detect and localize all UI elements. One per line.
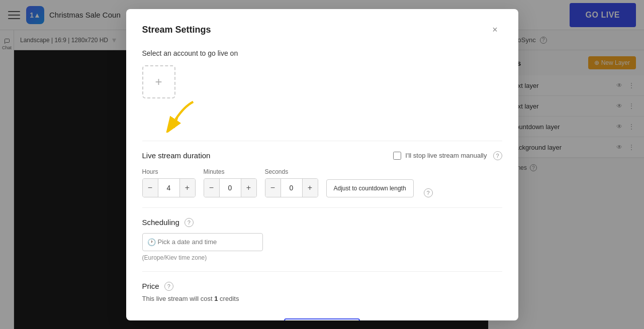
manual-stop-checkbox[interactable] [393, 152, 401, 160]
modal-close-button[interactable]: × [488, 23, 502, 37]
modal-title: Stream Settings [142, 25, 211, 35]
modal-overlay: Stream Settings × Select an account to g… [0, 0, 644, 329]
seconds-input: − + [265, 178, 318, 197]
minutes-field-group: Minutes − + [204, 168, 257, 197]
divider-3 [142, 271, 502, 272]
modal-footer: Save [142, 318, 502, 320]
hours-field-group: Hours − + [142, 168, 196, 197]
price-label: Price [142, 282, 159, 290]
seconds-value-input[interactable] [281, 179, 303, 197]
seconds-field-group: Seconds − + [265, 168, 318, 197]
date-input-container: 🕐 [142, 233, 263, 251]
scheduling-help-icon[interactable]: ? [185, 218, 194, 227]
add-account-container: + [142, 65, 175, 111]
hours-input: − + [142, 178, 196, 197]
duration-label: Live stream duration [142, 151, 211, 160]
scheduling-header: Scheduling ? [142, 218, 502, 227]
hours-increment-button[interactable]: + [180, 179, 195, 197]
price-help-icon[interactable]: ? [164, 282, 173, 291]
minutes-value-input[interactable] [219, 179, 241, 197]
add-account-button[interactable]: + [142, 65, 175, 98]
hours-decrement-button[interactable]: − [143, 179, 158, 197]
minutes-increment-button[interactable]: + [241, 179, 256, 197]
clock-icon: 🕐 [147, 238, 156, 246]
manual-stop-container: I'll stop live stream manually ? [393, 151, 502, 160]
manual-stop-label: I'll stop live stream manually [405, 152, 487, 159]
scheduling-label: Scheduling [142, 218, 179, 227]
timezone-note: (Europe/Kiev time zone) [142, 254, 502, 261]
modal-header: Stream Settings × [142, 23, 502, 37]
minutes-decrement-button[interactable]: − [204, 179, 219, 197]
divider-1 [142, 141, 502, 141]
seconds-decrement-button[interactable]: − [265, 179, 281, 197]
duration-header: Live stream duration I'll stop live stre… [142, 151, 502, 160]
svg-marker-2 [168, 118, 178, 128]
seconds-label: Seconds [265, 168, 318, 175]
adjust-help-icon[interactable]: ? [424, 188, 433, 197]
stream-settings-modal: Stream Settings × Select an account to g… [126, 9, 518, 320]
adjust-countdown-button[interactable]: Adjust to countdown length [326, 179, 414, 197]
manual-stop-help-icon[interactable]: ? [493, 151, 502, 160]
date-time-input[interactable] [142, 233, 263, 251]
select-account-label: Select an account to go live on [142, 49, 502, 57]
seconds-increment-button[interactable]: + [303, 179, 318, 197]
hours-value-input[interactable] [158, 179, 180, 197]
save-button[interactable]: Save [284, 318, 360, 320]
minutes-label: Minutes [204, 168, 257, 175]
minutes-input: − + [204, 178, 257, 197]
arrow-annotation [162, 97, 198, 133]
price-header: Price ? [142, 282, 502, 291]
price-note: This live stream will cost 1 credits [142, 295, 502, 302]
divider-2 [142, 207, 502, 208]
duration-fields: Hours − + Minutes − + Seconds [142, 168, 502, 197]
hours-label: Hours [142, 168, 196, 175]
plus-icon: + [155, 75, 162, 89]
